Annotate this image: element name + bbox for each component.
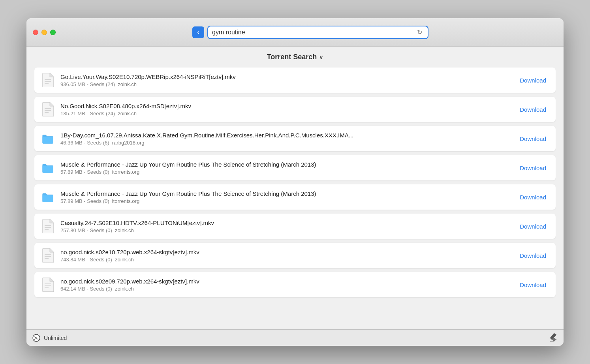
item-info: Muscle & Performance - Jazz Up Your Gym …: [60, 190, 511, 204]
section-title-text: Torrent Search: [267, 53, 317, 61]
download-button[interactable]: Download: [517, 163, 549, 173]
status-left: Unlimited: [32, 334, 67, 342]
main-window: ‹ ↻ Torrent Search ∨ Go.Live.Your.Way.: [26, 18, 564, 346]
item-source: itorrents.org: [112, 198, 139, 204]
minimize-button[interactable]: [41, 30, 47, 35]
list-item: No.Good.Nick.S02E08.480p.x264-mSD[eztv].…: [34, 97, 556, 122]
item-title: No.Good.Nick.S02E08.480p.x264-mSD[eztv].…: [60, 103, 511, 109]
file-icon: [41, 102, 55, 116]
item-meta: 46.36 MB - Seeds (6) rarbg2018.org: [60, 140, 511, 146]
item-source: zoink.ch: [115, 257, 134, 263]
list-item: Muscle & Performance - Jazz Up Your Gym …: [34, 155, 556, 180]
list-item: 1By-Day.com_16.07.29.Anissa.Kate.X.Rated…: [34, 126, 556, 151]
item-title: Muscle & Performance - Jazz Up Your Gym …: [60, 190, 511, 197]
statusbar: Unlimited: [26, 329, 564, 346]
svg-point-17: [36, 337, 37, 338]
download-button[interactable]: Download: [517, 192, 549, 202]
chevron-down-icon: ∨: [319, 54, 323, 60]
eraser-icon[interactable]: [549, 332, 558, 343]
list-item: no.good.nick.s02e09.720p.web.x264-skgtv[…: [34, 272, 556, 297]
item-source: zoink.ch: [115, 227, 134, 233]
download-button[interactable]: Download: [517, 105, 549, 114]
item-source: itorrents.org: [112, 169, 139, 175]
content-area: Torrent Search ∨ Go.Live.Your.Way.S02E10…: [26, 47, 564, 329]
download-button[interactable]: Download: [517, 75, 549, 85]
file-icon: [41, 73, 55, 87]
item-info: no.good.nick.s02e09.720p.web.x264-skgtv[…: [60, 278, 511, 292]
search-bar: ↻: [207, 26, 428, 39]
folder-icon: [41, 161, 55, 175]
reload-button[interactable]: ↻: [415, 28, 424, 36]
item-meta: 57.89 MB - Seeds (0) itorrents.org: [60, 169, 511, 175]
file-icon: [41, 219, 55, 233]
item-source: zoink.ch: [115, 286, 134, 292]
item-meta: 135.21 MB - Seeds (24) zoink.ch: [60, 111, 511, 116]
titlebar: ‹ ↻: [26, 18, 564, 47]
back-button[interactable]: ‹: [192, 26, 204, 38]
traffic-lights: [33, 30, 56, 35]
list-item: Muscle & Performance - Jazz Up Your Gym …: [34, 184, 556, 210]
item-source: rarbg2018.org: [112, 140, 145, 146]
file-icon: [41, 248, 55, 263]
item-info: Go.Live.Your.Way.S02E10.720p.WEBRip.x264…: [60, 73, 511, 87]
file-icon: [41, 278, 55, 292]
list-item: Casualty.24-7.S02E10.HDTV.x264-PLUTONiUM…: [34, 214, 556, 239]
item-source: zoink.ch: [118, 81, 137, 87]
close-button[interactable]: [33, 30, 38, 35]
list-item: no.good.nick.s02e10.720p.web.x264-skgtv[…: [34, 243, 556, 268]
item-title: Casualty.24-7.S02E10.HDTV.x264-PLUTONiUM…: [60, 220, 511, 226]
download-button[interactable]: Download: [517, 134, 549, 144]
download-button[interactable]: Download: [517, 251, 549, 261]
folder-icon: [41, 131, 55, 146]
folder-icon: [41, 190, 55, 204]
download-button[interactable]: Download: [517, 280, 549, 290]
section-title: Torrent Search ∨: [34, 53, 556, 61]
speed-gauge-icon: [32, 334, 41, 342]
item-source: zoink.ch: [118, 111, 137, 116]
item-info: Muscle & Performance - Jazz Up Your Gym …: [60, 161, 511, 175]
reload-icon: ↻: [417, 29, 422, 36]
item-info: No.Good.Nick.S02E08.480p.x264-mSD[eztv].…: [60, 103, 511, 116]
item-meta: 257.80 MB - Seeds (0) zoink.ch: [60, 227, 511, 233]
maximize-button[interactable]: [50, 30, 56, 35]
download-button[interactable]: Download: [517, 221, 549, 231]
item-title: Muscle & Performance - Jazz Up Your Gym …: [60, 161, 511, 168]
item-title: no.good.nick.s02e10.720p.web.x264-skgtv[…: [60, 249, 511, 255]
item-title: no.good.nick.s02e09.720p.web.x264-skgtv[…: [60, 278, 511, 285]
item-meta: 743.84 MB - Seeds (0) zoink.ch: [60, 257, 511, 263]
item-info: Casualty.24-7.S02E10.HDTV.x264-PLUTONiUM…: [60, 220, 511, 233]
nav-section: ‹ ↻: [64, 26, 557, 39]
item-meta: 936.05 MB - Seeds (24) zoink.ch: [60, 81, 511, 87]
item-info: 1By-Day.com_16.07.29.Anissa.Kate.X.Rated…: [60, 132, 511, 146]
search-input[interactable]: [212, 29, 415, 36]
speed-label: Unlimited: [44, 335, 67, 341]
back-icon: ‹: [197, 29, 199, 36]
item-title: 1By-Day.com_16.07.29.Anissa.Kate.X.Rated…: [60, 132, 511, 139]
item-meta: 642.14 MB - Seeds (0) zoink.ch: [60, 286, 511, 292]
item-info: no.good.nick.s02e10.720p.web.x264-skgtv[…: [60, 249, 511, 263]
list-item: Go.Live.Your.Way.S02E10.720p.WEBRip.x264…: [34, 68, 556, 93]
item-meta: 57.89 MB - Seeds (0) itorrents.org: [60, 198, 511, 204]
results-list: Go.Live.Your.Way.S02E10.720p.WEBRip.x264…: [34, 68, 556, 297]
item-title: Go.Live.Your.Way.S02E10.720p.WEBRip.x264…: [60, 73, 511, 80]
